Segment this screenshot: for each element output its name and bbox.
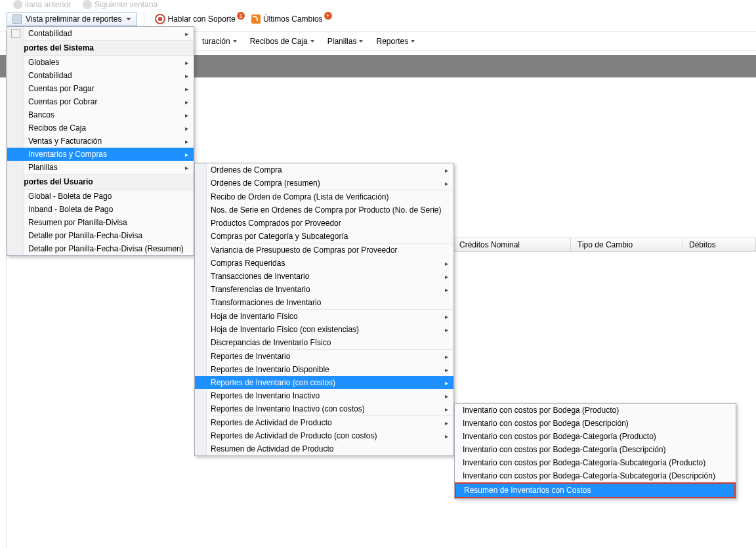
sub-actividad-producto[interactable]: Reportes de Actividad de Producto: [195, 416, 453, 429]
sub-hoja-fisico-existencias[interactable]: Hoja de Inventario Físico (con existenci…: [195, 323, 453, 336]
sub-compras-requeridas[interactable]: Compras Requeridas: [195, 257, 453, 270]
inventarios-submenu: Ordenes de Compra Ordenes de Compra (res…: [194, 163, 454, 456]
prev-window-label: itana anterior: [25, 0, 71, 9]
menu-item-u3[interactable]: Resumen por Planilla-Divisa: [7, 216, 194, 229]
table-column-headers: Créditos Nominal Tipo de Cambio Débitos: [453, 238, 756, 252]
changes-badge: +: [324, 12, 332, 20]
report-preview-label: Vista preliminar de reportes: [26, 14, 122, 24]
changes-label: Últimos Cambios: [263, 14, 323, 24]
menu-planillas[interactable]: Planillas: [321, 35, 370, 48]
leaf-bodega-cat-sub-producto[interactable]: Inventario con costos por Bodega-Categor…: [455, 456, 736, 469]
sub-transformaciones[interactable]: Transformaciones de Inventario: [195, 296, 453, 309]
sub-reportes-inv-inactivo[interactable]: Reportes de Inventario Inactivo: [195, 389, 453, 402]
disc-icon: [13, 0, 22, 9]
support-label: Hablar con Soporte: [168, 14, 236, 24]
col-tipo[interactable]: Tipo de Cambio: [571, 238, 682, 251]
sub-productos-comprados[interactable]: Productos Comprados por Proveedor: [195, 217, 453, 230]
support-link[interactable]: Hablar con Soporte 1: [155, 14, 245, 24]
leaf-bodega-cat-descripcion[interactable]: Inventario con costos por Bodega-Categor…: [455, 443, 736, 456]
sub-reportes-inv-costos[interactable]: Reportes de Inventario (con costos): [195, 376, 453, 389]
sub-transacciones[interactable]: Transacciones de Inventario: [195, 270, 453, 283]
toolbar: Vista preliminar de reportes Hablar con …: [7, 12, 756, 26]
menu-item-globales[interactable]: Globales: [7, 56, 194, 69]
menu-item-cxp[interactable]: Cuentas por Pagar: [7, 82, 194, 95]
sub-ordenes-compra[interactable]: Ordenes de Compra: [195, 163, 453, 177]
menu-item-inventarios[interactable]: Inventarios y Compras: [7, 148, 194, 161]
menu-item-recibos[interactable]: Recibos de Caja: [7, 121, 194, 135]
sub-discrepancias[interactable]: Discrepancias de Inventario Físico: [195, 336, 453, 349]
reports-menu: Contabilidad Reportes del Sistema Global…: [7, 26, 194, 256]
menu-item-contabilidad[interactable]: Contabilidad: [7, 69, 194, 82]
next-window-hint: Siguiente ventana: [83, 0, 158, 9]
rss-icon: [251, 14, 261, 24]
sub-actividad-producto-costos[interactable]: Reportes de Actividad de Producto (con c…: [195, 429, 453, 442]
prev-window-hint: itana anterior: [13, 0, 71, 9]
separator: [144, 12, 144, 26]
chevron-down-icon: [233, 40, 237, 43]
sub-compras-categoria[interactable]: Compras por Categoría y Subcategoría: [195, 230, 453, 243]
sub-reportes-inv-inactivo-costos[interactable]: Reportes de Inventario Inactivo (con cos…: [195, 402, 453, 415]
menu-item-u2[interactable]: Inband - Boleta de Pago: [7, 203, 194, 216]
inv-costos-submenu: Inventario con costos por Bodega (Produc…: [454, 403, 736, 499]
leaf-bodega-descripcion[interactable]: Inventario con costos por Bodega (Descri…: [455, 417, 736, 430]
leaf-bodega-producto[interactable]: Inventario con costos por Bodega (Produc…: [455, 404, 736, 417]
menu-reportes[interactable]: Reportes: [369, 35, 421, 48]
col-debitos[interactable]: Débitos: [682, 238, 756, 251]
window-nav-hints: itana anterior Siguiente ventana: [13, 0, 158, 9]
support-badge: 1: [237, 12, 245, 20]
report-preview-dropdown[interactable]: Vista preliminar de reportes: [7, 12, 137, 26]
chevron-down-icon: [310, 40, 314, 43]
sub-nos-serie[interactable]: Nos. de Serie en Ordenes de Compra por P…: [195, 203, 453, 217]
menu-item-bancos[interactable]: Bancos: [7, 108, 194, 121]
col-creditos[interactable]: Créditos Nominal: [453, 238, 571, 251]
leaf-resumen-inventarios-costos[interactable]: Resumen de Inventarios con Costos: [455, 482, 736, 498]
changes-link[interactable]: Últimos Cambios +: [251, 14, 332, 24]
sub-resumen-actividad[interactable]: Resumen de Actividad de Producto: [195, 442, 453, 455]
menu-item-cxc[interactable]: Cuentas por Cobrar: [7, 95, 194, 108]
report-icon: [12, 14, 22, 24]
menu-item-ventas[interactable]: Ventas y Facturación: [7, 135, 194, 148]
sub-variancia[interactable]: Variancia de Presupuesto de Compras por …: [195, 243, 453, 257]
sub-ordenes-compra-resumen[interactable]: Ordenes de Compra (resumen): [195, 177, 453, 190]
doc-icon: [11, 29, 20, 38]
next-window-label: Siguiente ventana: [94, 0, 158, 9]
chevron-down-icon: [126, 18, 131, 20]
sub-hoja-fisico[interactable]: Hoja de Inventario Físico: [195, 310, 453, 323]
sub-reportes-inv[interactable]: Reportes de Inventario: [195, 350, 453, 363]
leaf-bodega-cat-producto[interactable]: Inventario con costos por Bodega-Categor…: [455, 430, 736, 443]
sub-transferencias[interactable]: Transferencias de Inventario: [195, 283, 453, 296]
menu-facturacion[interactable]: turación: [196, 35, 243, 48]
menu-header-usuario: Reportes del Usuario: [7, 174, 194, 190]
menu-header-sistema: Reportes del Sistema: [7, 40, 194, 56]
sub-reportes-inv-disponible[interactable]: Reportes de Inventario Disponible: [195, 363, 453, 376]
menu-item-contabilidad-top[interactable]: Contabilidad: [7, 27, 194, 40]
app-window: itana anterior Siguiente ventana Vista p…: [0, 0, 756, 548]
chevron-down-icon: [411, 40, 415, 43]
support-icon: [155, 14, 165, 24]
menu-item-u1[interactable]: Global - Boleta de Pago: [7, 190, 194, 203]
leaf-bodega-cat-sub-descripcion[interactable]: Inventario con costos por Bodega-Categor…: [455, 469, 736, 482]
left-gutter: [0, 32, 7, 548]
chevron-down-icon: [359, 40, 363, 43]
sub-recibo-orden[interactable]: Recibo de Orden de Compra (Lista de Veri…: [195, 190, 453, 203]
menu-item-u4[interactable]: Detalle por Planilla-Fecha-Divisa: [7, 229, 194, 242]
menu-item-planillas[interactable]: Planillas: [7, 161, 194, 174]
menu-recibos[interactable]: Recibos de Caja: [243, 35, 321, 48]
disc-icon: [83, 0, 92, 9]
menu-item-u5[interactable]: Detalle por Planilla-Fecha-Divisa (Resum…: [7, 242, 194, 255]
